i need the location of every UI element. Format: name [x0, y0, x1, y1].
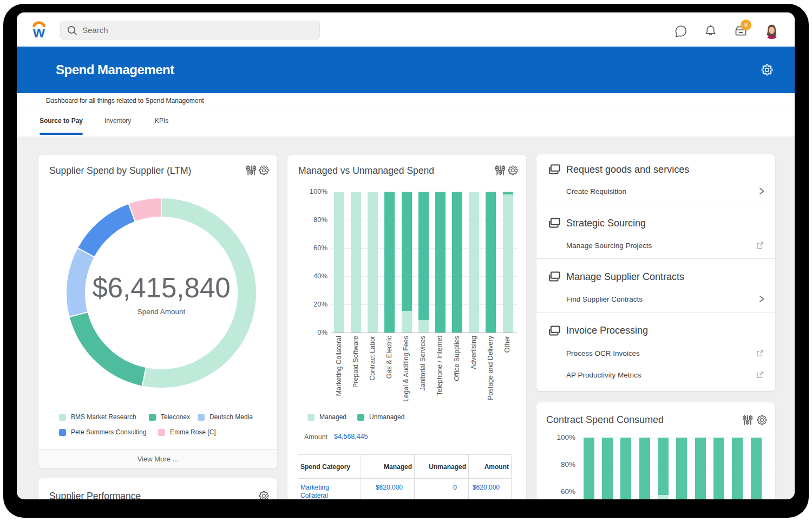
- svg-text:w: w: [32, 24, 45, 40]
